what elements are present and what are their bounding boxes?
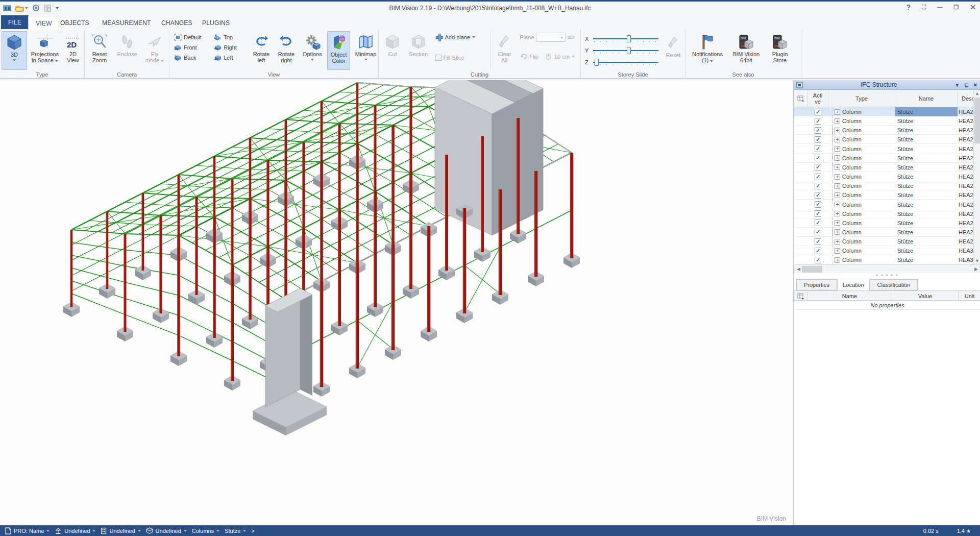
ifc-table-row[interactable]: ✓ + Column Stütze HEA240 xyxy=(794,200,974,209)
object-color-button[interactable]: Object Color xyxy=(327,31,350,70)
storey-reset-button[interactable]: Reset xyxy=(663,32,684,58)
3d-model-canvas[interactable] xyxy=(0,80,794,525)
expand-icon[interactable]: + xyxy=(835,174,840,180)
tab-file[interactable]: FILE xyxy=(1,15,29,29)
rotate-right-button[interactable]: Rotate right xyxy=(275,31,297,70)
notifications-button[interactable]: Notifications (1) xyxy=(690,31,725,70)
fill-slice-checkbox[interactable]: Fill Slice xyxy=(434,53,487,63)
ifc-panel-titlebar[interactable]: IFC Structure ▼ ⊑ ✕ xyxy=(794,80,980,90)
rotate-left-button[interactable]: Rotate left xyxy=(251,31,273,70)
active-checkbox[interactable]: ✓ xyxy=(815,238,821,245)
ifc-table-row[interactable]: ✓ + Column Stütze HEA240 xyxy=(794,126,974,135)
panel-close-icon[interactable]: ✕ xyxy=(973,82,977,88)
column-header-desc[interactable]: Desc xyxy=(958,90,974,107)
storey-slider-z[interactable] xyxy=(593,59,658,66)
horizontal-scroll-thumb[interactable] xyxy=(802,266,822,273)
ifc-table-row[interactable]: ✓ + Column Stütze HEA240 xyxy=(794,209,974,218)
expand-icon[interactable]: + xyxy=(835,146,840,152)
active-checkbox[interactable]: ✓ xyxy=(815,229,821,235)
options-button[interactable]: Options xyxy=(300,31,324,70)
plane-remove-button[interactable] xyxy=(568,36,575,39)
active-checkbox[interactable]: ✓ xyxy=(815,201,821,208)
reset-zoom-button[interactable]: Reset Zoom xyxy=(87,31,112,70)
props-column-name[interactable]: Name xyxy=(807,291,892,301)
statusbar-item[interactable]: Columns xyxy=(192,528,219,534)
enclose-button[interactable]: Enclose xyxy=(114,31,140,70)
expand-icon[interactable]: + xyxy=(835,202,840,207)
ifc-table-row[interactable]: ✓ + Column Stütze HEA240 xyxy=(794,237,974,246)
fly-mode-button[interactable]: Fly mode xyxy=(142,31,167,70)
tab-objects[interactable]: OBJECTS xyxy=(53,16,96,30)
tab-classification[interactable]: Classification xyxy=(870,279,918,290)
ifc-table-row[interactable]: ✓ + Column Stütze HEA240 xyxy=(794,154,974,163)
expand-icon[interactable]: + xyxy=(835,118,840,124)
view-default-button[interactable]: Default xyxy=(173,32,209,42)
statusbar-item[interactable]: Undefined xyxy=(55,527,95,534)
active-checkbox[interactable]: ✓ xyxy=(815,174,821,180)
props-column-value[interactable]: Value xyxy=(892,291,959,301)
vertical-scrollbar[interactable]: ▲ ▼ xyxy=(973,90,980,264)
ifc-table-row[interactable]: ✓ + Column Stütze HEA240 xyxy=(794,190,974,200)
expand-icon[interactable]: + xyxy=(835,137,840,142)
view-top-button[interactable]: Top xyxy=(212,32,247,42)
horizontal-scrollbar[interactable]: ◀ ▶ xyxy=(794,264,980,273)
active-checkbox[interactable]: ✓ xyxy=(815,145,821,152)
active-checkbox[interactable]: ✓ xyxy=(815,192,821,199)
scroll-up-icon[interactable]: ▲ xyxy=(974,90,980,97)
scroll-right-icon[interactable]: ▶ xyxy=(973,265,979,273)
bim-vision-64bit-button[interactable]: BIM BIM Vision 64bit xyxy=(730,31,762,70)
active-checkbox[interactable]: ✓ xyxy=(815,210,821,217)
ifc-table-row[interactable]: ✓ + Column Stütze HEA240 xyxy=(794,144,974,154)
ifc-table-row[interactable]: ✓ + Column Stütze HEA240 xyxy=(794,172,974,181)
2d-view-button[interactable]: 2D 2D View xyxy=(63,31,83,70)
panel-tree-toggle-icon[interactable]: ⊑ xyxy=(964,82,968,88)
view-right-button[interactable]: Right xyxy=(212,42,247,53)
panel-dropdown-icon[interactable]: ▼ xyxy=(954,82,960,88)
view-back-button[interactable]: Back xyxy=(173,53,209,63)
step-label[interactable]: 10 cm xyxy=(554,54,570,60)
expand-icon[interactable]: + xyxy=(835,229,840,235)
active-checkbox[interactable]: ✓ xyxy=(815,183,821,189)
minimize-button[interactable]: — xyxy=(937,5,942,10)
cut-button[interactable]: Cut xyxy=(382,31,403,70)
panel-splitter[interactable]: • • • • • xyxy=(794,273,980,278)
ifc-table-row[interactable]: ✓ + Column Stütze HEA240 xyxy=(794,228,974,237)
statusbar-item[interactable]: PRO: Name xyxy=(5,527,50,534)
table-options-icon[interactable] xyxy=(794,90,807,107)
view-front-button[interactable]: Front xyxy=(173,42,209,53)
statusbar-item[interactable]: > xyxy=(251,528,254,534)
scroll-down-icon[interactable]: ▼ xyxy=(974,257,980,264)
3d-viewport[interactable]: BIM Vision xyxy=(0,80,794,525)
tab-plugins[interactable]: PLUGINS xyxy=(195,16,237,30)
expand-icon[interactable]: + xyxy=(835,248,840,254)
view-left-button[interactable]: Left xyxy=(212,53,247,63)
active-checkbox[interactable]: ✓ xyxy=(815,257,821,263)
fullscreen-button[interactable]: ⛶ xyxy=(922,4,926,11)
ifc-table-row[interactable]: ✓ + Column Stütze HEA240 xyxy=(794,163,974,172)
restore-button[interactable]: ❐ xyxy=(953,4,959,11)
statusbar-item[interactable]: Undefined xyxy=(146,527,187,534)
tab-properties[interactable]: Properties xyxy=(796,279,837,290)
storey-slider-x[interactable] xyxy=(593,35,658,42)
ifc-table-row[interactable]: ✓ + Column Stütze HEA240 xyxy=(794,107,974,116)
ifc-table-row[interactable]: ✓ + Column Stütze HEA240 xyxy=(794,116,974,126)
3d-button[interactable]: 3D xyxy=(2,31,27,70)
expand-icon[interactable]: + xyxy=(835,128,840,133)
storey-slider-y[interactable] xyxy=(593,47,658,54)
vertical-scroll-thumb[interactable] xyxy=(974,98,980,143)
tab-location[interactable]: Location xyxy=(837,279,870,290)
tab-changes[interactable]: CHANGES xyxy=(154,16,200,30)
tab-measurement[interactable]: MEASUREMENT xyxy=(95,16,158,30)
scroll-left-icon[interactable]: ◀ xyxy=(795,265,802,273)
column-header-name[interactable]: Name xyxy=(895,90,958,107)
active-checkbox[interactable]: ✓ xyxy=(815,155,821,161)
close-button[interactable]: ✕ xyxy=(970,3,976,11)
ifc-table-row[interactable]: ✓ + Column Stütze HEA320 xyxy=(794,246,974,255)
expand-icon[interactable]: + xyxy=(835,192,840,198)
column-header-active[interactable]: Active xyxy=(807,90,828,107)
add-plane-button[interactable]: Add plane xyxy=(434,32,487,42)
expand-icon[interactable]: + xyxy=(835,183,840,189)
expand-icon[interactable]: + xyxy=(835,257,840,263)
ifc-table-row[interactable]: ✓ + Column Stütze HEA240 xyxy=(794,181,974,190)
expand-icon[interactable]: + xyxy=(835,155,840,161)
